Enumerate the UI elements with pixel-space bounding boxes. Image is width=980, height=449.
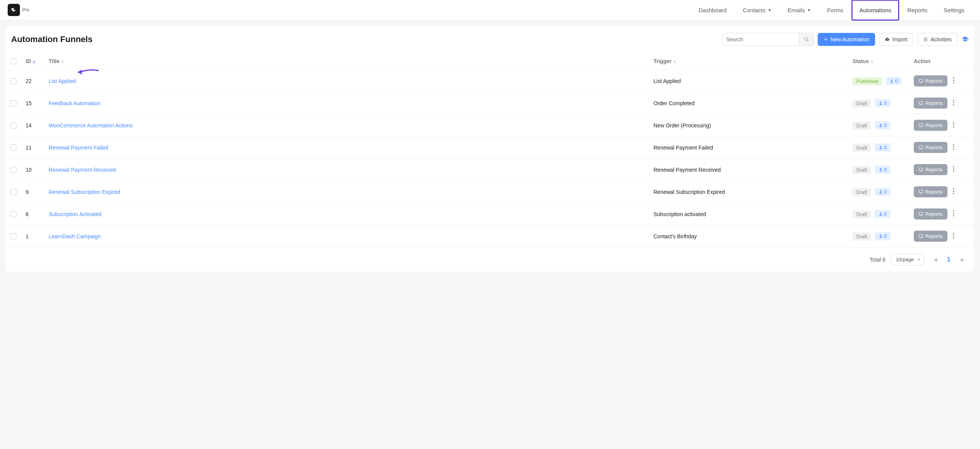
contact-count-badge[interactable]: 0 bbox=[875, 99, 890, 107]
row-checkbox[interactable] bbox=[10, 189, 16, 195]
table-row: 6 Subscription Activated Subscription ac… bbox=[6, 203, 974, 225]
status-badge: Draft bbox=[853, 166, 871, 174]
column-id[interactable]: ID▲▼ bbox=[21, 53, 44, 70]
contact-count-badge[interactable]: 0 bbox=[886, 77, 902, 85]
search-button[interactable] bbox=[799, 33, 813, 46]
row-checkbox[interactable] bbox=[10, 145, 16, 151]
row-checkbox[interactable] bbox=[10, 122, 16, 129]
nav-automations[interactable]: Automations bbox=[851, 0, 899, 21]
logo[interactable]: Pro bbox=[8, 4, 29, 16]
user-icon bbox=[879, 145, 883, 150]
more-vertical-icon bbox=[953, 122, 954, 128]
automation-title-link[interactable]: Subscription Activated bbox=[49, 211, 101, 217]
contact-count-badge[interactable]: 0 bbox=[875, 143, 890, 151]
reports-button[interactable]: Reports bbox=[914, 98, 947, 109]
content: Automation Funnels New Automation Import bbox=[0, 20, 980, 277]
more-vertical-icon bbox=[953, 210, 954, 216]
row-checkbox[interactable] bbox=[10, 233, 16, 239]
automation-title-link[interactable]: Renewal Payment Failed bbox=[49, 145, 108, 151]
contact-count-badge[interactable]: 0 bbox=[875, 188, 890, 196]
svg-line-1 bbox=[807, 40, 808, 41]
svg-point-31 bbox=[953, 171, 954, 172]
more-actions-button[interactable] bbox=[951, 231, 956, 241]
more-actions-button[interactable] bbox=[951, 209, 956, 219]
logo-label: Pro bbox=[22, 7, 29, 13]
row-checkbox[interactable] bbox=[10, 100, 16, 106]
more-actions-button[interactable] bbox=[951, 142, 956, 153]
nav-dashboard[interactable]: Dashboard bbox=[691, 0, 735, 21]
automation-title-link[interactable]: WooCommerce Automation Actions bbox=[49, 122, 133, 129]
more-actions-button[interactable] bbox=[951, 120, 956, 130]
row-checkbox[interactable] bbox=[10, 167, 16, 173]
new-automation-button[interactable]: New Automation bbox=[818, 33, 875, 46]
row-checkbox[interactable] bbox=[10, 78, 16, 84]
reports-button[interactable]: Reports bbox=[914, 142, 947, 153]
reports-button[interactable]: Reports bbox=[914, 208, 947, 220]
column-status[interactable]: Status▲▼ bbox=[848, 53, 909, 70]
prev-page-button[interactable]: ◀ bbox=[929, 254, 941, 265]
next-page-button[interactable]: ▶ bbox=[957, 254, 968, 265]
nav-emails[interactable]: Emails▼ bbox=[779, 0, 819, 21]
row-trigger: Renewal Payment Failed bbox=[649, 137, 848, 159]
chevron-down-icon: ▼ bbox=[807, 8, 811, 12]
user-icon bbox=[879, 101, 883, 105]
automation-title-link[interactable]: Renewal Payment Received bbox=[49, 167, 116, 173]
page-number[interactable]: 1 bbox=[943, 254, 954, 265]
nav-forms[interactable]: Forms bbox=[819, 0, 851, 21]
svg-point-10 bbox=[953, 80, 954, 81]
automation-title-link[interactable]: Feedback Automation bbox=[49, 100, 100, 106]
column-title[interactable]: Title▲▼ bbox=[44, 53, 649, 70]
nav-reports[interactable]: Reports bbox=[899, 0, 936, 21]
row-checkbox[interactable] bbox=[10, 211, 16, 217]
contact-count-badge[interactable]: 0 bbox=[875, 210, 890, 218]
status-badge: Published bbox=[853, 77, 882, 85]
panel: Automation Funnels New Automation Import bbox=[6, 26, 974, 272]
svg-point-14 bbox=[953, 100, 954, 101]
import-label: Import bbox=[892, 36, 908, 42]
automation-title-link[interactable]: List Applied bbox=[49, 78, 76, 84]
select-all-checkbox[interactable] bbox=[10, 58, 16, 64]
contact-count-badge[interactable]: 0 bbox=[875, 232, 890, 240]
table-row: 22 List Applied List Applied Published 0… bbox=[6, 70, 974, 92]
more-vertical-icon bbox=[953, 99, 954, 106]
automation-title-link[interactable]: Renewal Subscription Expired bbox=[49, 189, 120, 195]
reports-button[interactable]: Reports bbox=[914, 120, 947, 131]
svg-point-45 bbox=[953, 235, 954, 236]
nav-contacts[interactable]: Contacts▼ bbox=[735, 0, 779, 21]
more-vertical-icon bbox=[953, 188, 954, 194]
more-actions-button[interactable] bbox=[951, 187, 956, 197]
contact-count-badge[interactable]: 0 bbox=[875, 166, 890, 174]
nav-settings[interactable]: Settings bbox=[936, 0, 972, 21]
user-icon bbox=[890, 79, 894, 83]
more-actions-button[interactable] bbox=[951, 164, 956, 175]
reports-button[interactable]: Reports bbox=[914, 164, 947, 175]
chat-icon bbox=[918, 211, 923, 216]
chevron-down-icon: ▼ bbox=[768, 8, 772, 12]
reports-button[interactable]: Reports bbox=[914, 186, 947, 197]
svg-point-17 bbox=[880, 124, 882, 125]
svg-point-44 bbox=[953, 233, 954, 234]
svg-point-20 bbox=[953, 124, 954, 125]
row-trigger: Contact's Birthday bbox=[649, 225, 848, 247]
svg-point-9 bbox=[953, 78, 954, 79]
page-size-select[interactable]: 10/page bbox=[891, 254, 924, 265]
more-actions-button[interactable] bbox=[951, 76, 956, 86]
column-trigger[interactable]: Trigger▲▼ bbox=[649, 53, 848, 70]
automation-title-link[interactable]: LearnDash Campaign bbox=[49, 233, 101, 239]
graduation-cap-icon[interactable] bbox=[961, 36, 969, 43]
panel-head: Automation Funnels New Automation Import bbox=[6, 26, 974, 53]
svg-point-41 bbox=[953, 215, 954, 216]
import-button[interactable]: Import bbox=[879, 33, 913, 46]
user-icon bbox=[879, 212, 883, 216]
reports-button[interactable]: Reports bbox=[914, 231, 947, 242]
contact-count-badge[interactable]: 0 bbox=[875, 121, 890, 129]
more-vertical-icon bbox=[953, 166, 954, 172]
more-actions-button[interactable] bbox=[951, 98, 956, 108]
reports-button[interactable]: Reports bbox=[914, 75, 947, 86]
search-input[interactable] bbox=[722, 33, 799, 46]
more-vertical-icon bbox=[953, 77, 954, 83]
row-trigger: Subscription activated bbox=[649, 203, 848, 225]
list-icon bbox=[923, 37, 928, 42]
svg-point-35 bbox=[953, 191, 954, 192]
activities-button[interactable]: Activities bbox=[917, 33, 957, 46]
